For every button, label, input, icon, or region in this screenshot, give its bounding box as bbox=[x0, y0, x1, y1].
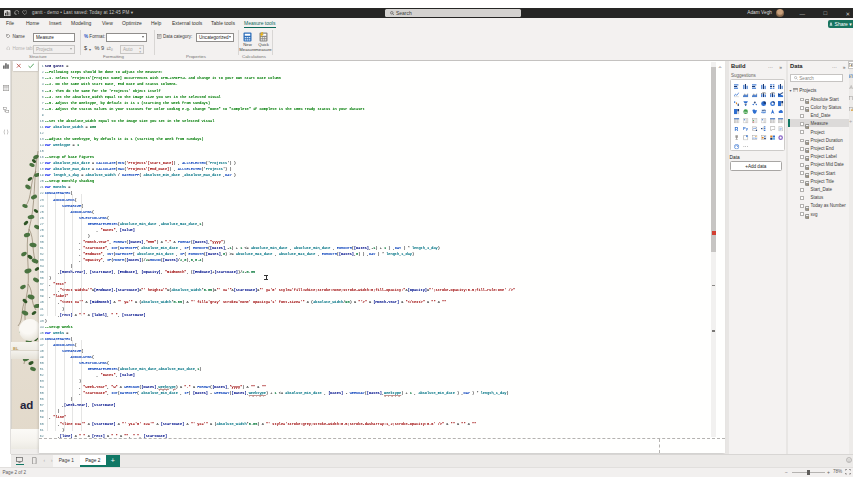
svg-text:R: R bbox=[734, 126, 738, 131]
svg-text:Py: Py bbox=[743, 127, 748, 132]
